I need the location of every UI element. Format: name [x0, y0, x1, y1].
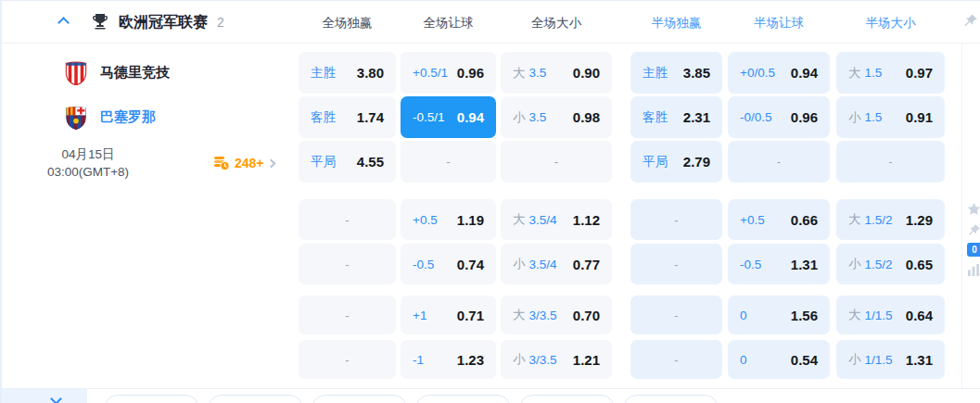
odds-value: 0.98: [573, 109, 600, 125]
odds-cell[interactable]: 客胜1.74: [299, 96, 396, 138]
odds-value: 2.79: [683, 154, 710, 170]
odds-value: 4.55: [357, 154, 384, 170]
odds-cell[interactable]: 大3.50.90: [501, 52, 612, 94]
odds-cell-empty: -: [630, 244, 722, 284]
odds-selection-label: 主胜: [643, 65, 668, 82]
odds-cell[interactable]: 小1.50.91: [836, 96, 945, 138]
footer-collapse-area[interactable]: [2, 389, 87, 403]
odds-cell[interactable]: -0.5/10.94: [401, 96, 496, 138]
odds-value: 1.21: [573, 352, 600, 368]
odds-cell[interactable]: +0.50.66: [728, 199, 830, 240]
odds-selection-label: 小3.5: [513, 109, 546, 126]
odds-cell[interactable]: -0.51.31: [728, 244, 830, 284]
odds-value: 3.80: [357, 65, 384, 81]
footer-bar: 波胆 角球 15分钟 过关 比分组合 罚牌: [2, 388, 980, 403]
odds-cell-empty: -: [728, 141, 830, 183]
odds-cell[interactable]: 大1/1.50.64: [836, 296, 945, 334]
pin-small-icon[interactable]: [967, 223, 980, 237]
odds-selection-label: 大3.5: [513, 65, 546, 82]
odds-selection-label: 主胜: [311, 65, 336, 82]
odds-empty-dash: -: [446, 155, 450, 169]
odds-value: 3.85: [683, 65, 710, 81]
odds-cell[interactable]: 大1.5/21.29: [836, 199, 945, 240]
odds-selection-label: +0/0.5: [740, 66, 775, 80]
odds-cell[interactable]: 平局4.55: [299, 141, 396, 183]
odds-selection-label: 小3.5/4: [513, 256, 557, 272]
odds-cell[interactable]: -11.23: [401, 340, 496, 379]
odds-selection-label: +0.5: [413, 213, 438, 227]
odds-cell[interactable]: 平局2.79: [630, 141, 722, 183]
odds-value: 1.74: [357, 109, 384, 125]
odds-cell[interactable]: 大1.50.97: [836, 52, 945, 94]
odds-selection-label: 平局: [311, 154, 336, 170]
odds-selection-label: 大1.5/2: [848, 211, 893, 228]
tab-score-combo[interactable]: 比分组合: [519, 395, 615, 403]
odds-cell[interactable]: 01.56: [728, 296, 830, 334]
odds-cell[interactable]: 小3.50.98: [501, 96, 612, 138]
odds-value: 0.54: [791, 352, 818, 368]
odds-cell[interactable]: +0.51.19: [401, 199, 496, 240]
odds-cell[interactable]: 小1.5/20.65: [836, 244, 945, 284]
stats-bars-icon[interactable]: [967, 263, 980, 277]
odds-value: 1.19: [457, 212, 484, 228]
collapse-chevron-down-icon[interactable]: [50, 393, 62, 403]
vertical-divider: [961, 44, 962, 403]
odds-empty-dash: -: [777, 155, 781, 169]
odds-empty-dash: -: [674, 213, 678, 227]
tab-cards[interactable]: 罚牌: [623, 395, 719, 403]
odds-empty-dash: -: [674, 309, 678, 322]
odds-value: 1.23: [457, 352, 484, 368]
odds-value: 1.56: [791, 308, 818, 323]
odds-value: 0.70: [573, 308, 600, 323]
odds-selection-label: 小1.5/2: [848, 256, 893, 272]
odds-value: 1.29: [906, 212, 933, 228]
odds-empty-dash: -: [674, 258, 678, 271]
odds-cell-empty: -: [630, 340, 722, 379]
odds-cell[interactable]: +0.5/10.96: [401, 52, 496, 94]
odds-empty-dash: -: [345, 258, 349, 271]
odds-cell[interactable]: 小3.5/40.77: [501, 244, 612, 284]
odds-value: 1.31: [906, 352, 933, 368]
odds-cell[interactable]: 主胜3.80: [299, 52, 396, 94]
odds-cell[interactable]: +0/0.50.94: [728, 52, 830, 94]
odds-selection-label: 小1/1.5: [848, 351, 893, 368]
odds-selection-label: +0.5: [740, 213, 765, 227]
odds-value: 0.94: [457, 109, 484, 125]
tab-15min[interactable]: 15分钟: [312, 395, 407, 403]
odds-cell[interactable]: 00.54: [728, 340, 830, 379]
counter-badge[interactable]: 0: [967, 243, 980, 257]
pin-icon[interactable]: [962, 13, 978, 29]
odds-value: 0.90: [573, 65, 600, 81]
odds-cell-empty: -: [299, 296, 396, 334]
odds-value: 0.74: [457, 257, 484, 272]
odds-cell[interactable]: 大3.5/41.12: [501, 199, 612, 240]
odds-cell[interactable]: 客胜2.31: [630, 96, 722, 138]
odds-selection-label: +0.5/1: [413, 66, 448, 80]
odds-value: 0.65: [906, 257, 933, 272]
odds-cell-empty: -: [836, 141, 945, 183]
odds-cell-empty: -: [630, 296, 722, 334]
odds-selection-label: 大3/3.5: [513, 307, 557, 323]
star-icon[interactable]: [967, 202, 980, 216]
odds-empty-dash: -: [345, 309, 349, 322]
odds-value: 0.97: [906, 65, 933, 81]
odds-cell[interactable]: -0/0.50.96: [728, 96, 830, 138]
odds-cell[interactable]: -0.50.74: [401, 244, 496, 284]
odds-value: 0.96: [791, 109, 818, 125]
odds-selection-label: 小1.5: [848, 109, 882, 126]
odds-value: 1.31: [791, 257, 818, 272]
odds-value: 0.71: [457, 308, 484, 323]
odds-cell[interactable]: +10.71: [401, 296, 496, 334]
odds-empty-dash: -: [345, 213, 349, 227]
odds-selection-label: -0.5: [413, 258, 434, 271]
odds-cell[interactable]: 主胜3.85: [630, 52, 722, 94]
tab-correct-score[interactable]: 波胆: [104, 395, 199, 403]
odds-selection-label: 0: [740, 353, 747, 367]
tab-parlay[interactable]: 过关: [415, 395, 511, 403]
odds-cell[interactable]: 小3/3.51.21: [501, 340, 612, 379]
odds-cell[interactable]: 小1/1.51.31: [836, 340, 945, 379]
odds-board: 欧洲冠军联赛 2 全场独赢 全场让球 全场大小 半场独赢 半场让球 半场大小 马…: [0, 0, 980, 403]
odds-value: 0.91: [906, 109, 933, 125]
tab-corners[interactable]: 角球: [208, 395, 303, 403]
odds-cell[interactable]: 大3/3.50.70: [501, 296, 612, 334]
